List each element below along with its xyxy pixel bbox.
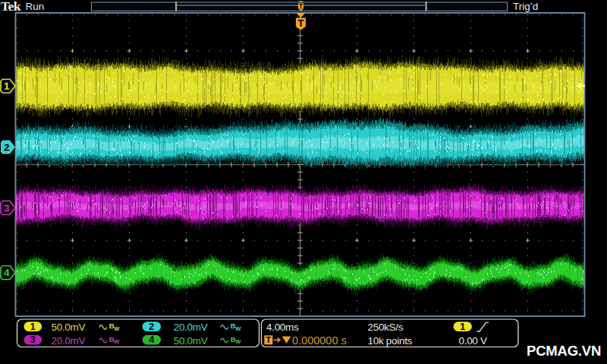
svg-text:2: 2: [4, 142, 10, 153]
svg-text:1: 1: [460, 322, 465, 332]
svg-text:W: W: [114, 338, 120, 345]
svg-text:T: T: [266, 335, 271, 344]
svg-text:20.0mV: 20.0mV: [52, 335, 86, 347]
svg-text:T: T: [297, 17, 304, 29]
svg-text:3: 3: [4, 202, 10, 214]
svg-text:1: 1: [4, 80, 10, 92]
svg-text:Tek: Tek: [1, 0, 21, 14]
svg-text:W: W: [114, 325, 120, 332]
svg-text:T: T: [299, 2, 304, 10]
svg-text:4: 4: [4, 267, 10, 278]
svg-text:3: 3: [30, 334, 36, 345]
svg-text:PCMAG.VN: PCMAG.VN: [527, 343, 601, 359]
svg-text:250kS/s: 250kS/s: [368, 322, 404, 333]
svg-text:W: W: [235, 338, 241, 345]
svg-text:0.00 V: 0.00 V: [459, 335, 488, 347]
svg-text:2: 2: [149, 322, 154, 332]
svg-text:50.0mV: 50.0mV: [52, 322, 86, 333]
svg-text:50.0mV: 50.0mV: [174, 335, 208, 347]
svg-text:4: 4: [149, 334, 154, 345]
svg-text:1: 1: [30, 322, 36, 332]
svg-text:Run: Run: [26, 1, 45, 12]
svg-text:Trig’d: Trig’d: [513, 1, 538, 12]
svg-text:10k points: 10k points: [368, 335, 413, 347]
svg-text:W: W: [235, 325, 241, 332]
svg-text:20.0mV: 20.0mV: [174, 322, 208, 333]
svg-text:4.00ms: 4.00ms: [266, 322, 299, 333]
svg-text:0.000000 s: 0.000000 s: [292, 334, 347, 347]
